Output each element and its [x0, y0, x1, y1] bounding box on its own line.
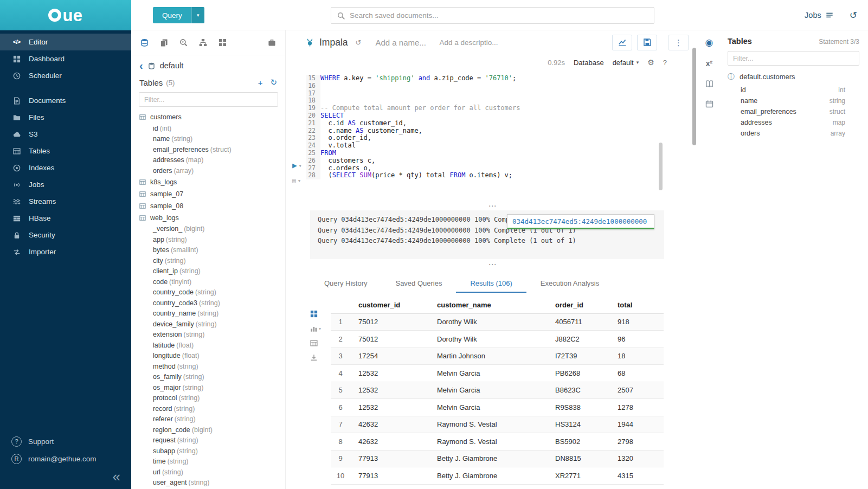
- right-filter-input[interactable]: [728, 51, 859, 66]
- table-item-customers[interactable]: customers: [139, 111, 285, 123]
- search-input[interactable]: [350, 11, 648, 20]
- format-button[interactable]: ▤▾: [292, 178, 301, 184]
- sidebar-item-streams[interactable]: Streams: [0, 193, 131, 210]
- download-icon[interactable]: [310, 354, 331, 362]
- gear-icon[interactable]: ⚙: [647, 59, 654, 66]
- breadcrumb-database[interactable]: default: [160, 61, 184, 70]
- language-reference-icon[interactable]: [705, 80, 713, 88]
- jobs-link[interactable]: Jobs: [805, 11, 833, 20]
- column-item[interactable]: orders(array): [139, 165, 285, 176]
- sidebar-item-files[interactable]: Files: [0, 109, 131, 126]
- code-editor[interactable]: 15WHERE a.key = 'shipping' and a.zip_cod…: [286, 70, 699, 201]
- sidebar-item-hbase[interactable]: HBase: [0, 210, 131, 227]
- column-item[interactable]: country_name(string): [139, 308, 285, 319]
- sidebar-item-s3[interactable]: S3: [0, 126, 131, 143]
- column-item[interactable]: code(tinyint): [139, 276, 285, 287]
- tab-query-history[interactable]: Query History: [310, 274, 381, 293]
- column-item[interactable]: idint: [741, 85, 845, 95]
- column-item[interactable]: addresses(map): [139, 155, 285, 166]
- column-item[interactable]: email_preferencesstruct: [741, 106, 845, 117]
- column-item[interactable]: subapp(string): [139, 446, 285, 456]
- schedule-icon[interactable]: [705, 100, 713, 108]
- tab-execution-analysis[interactable]: Execution Analysis: [526, 274, 613, 293]
- column-item[interactable]: request(string): [139, 435, 285, 446]
- execute-caret-icon[interactable]: ▾: [299, 164, 301, 170]
- column-item[interactable]: city(string): [139, 255, 285, 266]
- results-column-header[interactable]: total: [609, 297, 664, 313]
- columns-view-icon[interactable]: [310, 339, 331, 347]
- column-item[interactable]: country_code(string): [139, 287, 285, 298]
- column-item[interactable]: region_code(bigint): [139, 424, 285, 435]
- column-item[interactable]: device_family(string): [139, 319, 285, 330]
- help-icon[interactable]: ?: [663, 59, 667, 66]
- results-column-header[interactable]: customer_id: [350, 297, 429, 313]
- column-item[interactable]: protocol(string): [139, 393, 285, 404]
- apps-grid-icon[interactable]: [218, 38, 227, 47]
- table-item-sample_08[interactable]: sample_08: [139, 200, 285, 212]
- column-item[interactable]: extension(string): [139, 330, 285, 340]
- add-table-icon[interactable]: +: [258, 78, 263, 87]
- sitemap-icon[interactable]: [199, 38, 207, 47]
- assistant-icon[interactable]: ◉: [705, 38, 713, 47]
- column-item[interactable]: latitude(float): [139, 340, 285, 351]
- column-item[interactable]: user_agent(string): [139, 478, 285, 488]
- column-item[interactable]: referer(string): [139, 414, 285, 425]
- column-item[interactable]: record(string): [139, 403, 285, 414]
- chart-button[interactable]: [612, 35, 632, 50]
- resize-handle-bottom[interactable]: ⋯: [286, 259, 699, 269]
- chart-view-icon[interactable]: ▾: [310, 325, 331, 332]
- execute-button[interactable]: ▶▾: [292, 162, 301, 170]
- query-id-popup[interactable]: 034d413ec7474ed5:4249de1000000000: [507, 214, 654, 229]
- page-scrollbar[interactable]: [692, 48, 696, 145]
- info-icon[interactable]: ⓘ: [728, 73, 735, 80]
- sidebar-item-support[interactable]: ? Support: [11, 433, 131, 450]
- hue-logo[interactable]: ue: [0, 0, 131, 30]
- column-item[interactable]: country_code3(string): [139, 298, 285, 308]
- sidebar-item-editor[interactable]: </>Editor: [0, 34, 131, 50]
- database-select[interactable]: default ▾: [613, 59, 639, 67]
- resize-handle-top[interactable]: ⋯: [286, 201, 699, 210]
- column-item[interactable]: os_family(string): [139, 372, 285, 383]
- column-item[interactable]: addressesmap: [741, 117, 845, 128]
- column-item[interactable]: _version_(bigint): [139, 224, 285, 235]
- column-item[interactable]: method(string): [139, 361, 285, 372]
- results-column-header[interactable]: order_id: [547, 297, 609, 313]
- sidebar-item-scheduler[interactable]: Scheduler: [0, 67, 131, 84]
- save-button[interactable]: [637, 35, 657, 50]
- refresh-icon[interactable]: ↻: [270, 78, 277, 87]
- column-item[interactable]: time(string): [139, 456, 285, 467]
- table-item-k8s_logs[interactable]: k8s_logs: [139, 176, 285, 188]
- column-item[interactable]: namestring: [741, 95, 845, 106]
- column-item[interactable]: longitude(float): [139, 351, 285, 362]
- sidebar-item-importer[interactable]: Importer: [0, 243, 131, 260]
- column-item[interactable]: email_preferences(struct): [139, 144, 285, 155]
- sidebar-item-user[interactable]: R romain@gethue.com: [11, 450, 131, 467]
- functions-icon[interactable]: x²: [706, 59, 712, 68]
- column-item[interactable]: app(string): [139, 234, 285, 245]
- sidebar-item-indexes[interactable]: Indexes: [0, 159, 131, 176]
- sidebar-item-security[interactable]: Security: [0, 227, 131, 243]
- sidebar-item-documents[interactable]: Documents: [0, 92, 131, 109]
- database-source-icon[interactable]: [140, 38, 149, 47]
- column-item[interactable]: client_ip(string): [139, 266, 285, 277]
- sidebar-collapse-icon[interactable]: «: [113, 469, 120, 484]
- query-name-input[interactable]: [375, 38, 434, 47]
- table-filter-input[interactable]: [139, 92, 278, 107]
- back-chevron-icon[interactable]: ‹: [139, 61, 143, 70]
- briefcase-icon[interactable]: [268, 38, 276, 47]
- sidebar-item-jobs[interactable]: Jobs: [0, 176, 131, 193]
- more-options-button[interactable]: ⋮: [668, 35, 689, 50]
- column-item[interactable]: os_major(string): [139, 382, 285, 393]
- editor-scrollbar[interactable]: [659, 143, 663, 190]
- zoom-icon[interactable]: [179, 38, 188, 47]
- query-history-icon[interactable]: ↺: [356, 39, 362, 46]
- table-item-sample_07[interactable]: sample_07: [139, 188, 285, 200]
- tab-results-106[interactable]: Results (106): [456, 274, 526, 293]
- documents-assist-icon[interactable]: [160, 38, 168, 47]
- grid-view-icon[interactable]: [310, 310, 331, 318]
- column-item[interactable]: id(int): [139, 123, 285, 134]
- new-query-button[interactable]: Query ▾: [153, 7, 204, 23]
- column-item[interactable]: ordersarray: [741, 128, 845, 139]
- table-item-web_logs[interactable]: web_logs: [139, 212, 285, 224]
- history-icon[interactable]: ↺: [850, 11, 857, 20]
